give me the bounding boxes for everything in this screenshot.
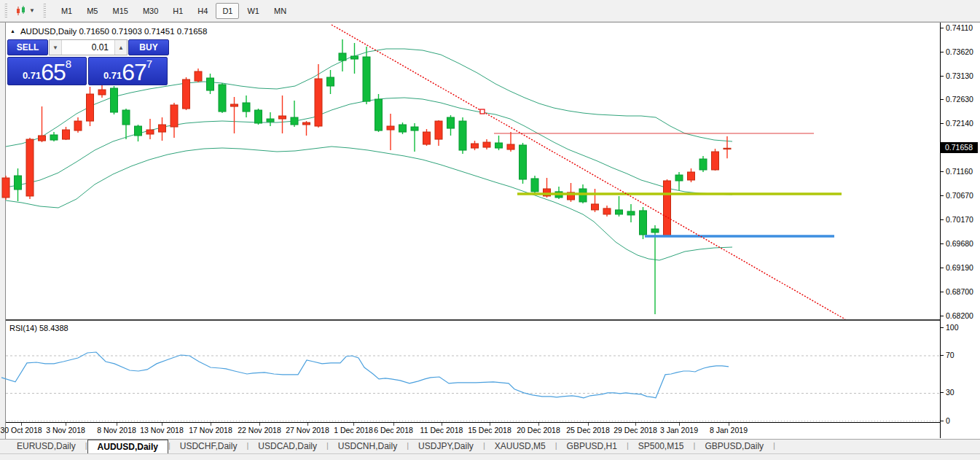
chart-tab-audusd[interactable]: AUDUSD,Daily [87, 440, 168, 453]
buy-price-big: 67 [122, 62, 146, 83]
candle-body [724, 148, 731, 149]
chart-window: ▲ AUDUSD,Daily 0.71650 0.71903 0.71451 0… [0, 22, 980, 438]
timeframe-button-m5[interactable]: M5 [80, 3, 104, 19]
candle-body [63, 130, 70, 139]
price-axis-label: 0.73620 [941, 47, 980, 56]
candle-body [579, 189, 587, 202]
candle-body [2, 178, 9, 198]
trade-panel-prices: 0.71658 0.71677 [7, 57, 169, 85]
candle-body [39, 136, 46, 141]
sell-price-sup: 8 [66, 58, 71, 69]
bollinger-lower-band [6, 147, 732, 260]
candle-body [423, 132, 431, 144]
sell-price-box[interactable]: 0.71658 [7, 57, 87, 85]
descending-trendline[interactable] [332, 25, 845, 319]
chart-tab-xauusd[interactable]: XAUUSD,M5 [485, 440, 555, 453]
candle-body [603, 208, 611, 214]
candle-body [507, 144, 514, 149]
candle-body [616, 210, 623, 214]
toolbar-grip-handle[interactable] [43, 4, 46, 18]
time-axis-tick [490, 423, 490, 426]
chart-tab-usdcad[interactable]: USDCAD,Daily [248, 440, 326, 453]
trade-panel-controls: SELL ▼ 0.01 ▲ BUY [7, 39, 169, 55]
candle-body [291, 117, 298, 125]
timeframe-button-w1[interactable]: W1 [240, 3, 266, 19]
candle-body [712, 152, 719, 170]
volume-decrease-button[interactable]: ▼ [50, 40, 62, 55]
chart-tab-usdjpy[interactable]: USDJPY,Daily [409, 440, 483, 453]
candlestick-icon [15, 5, 27, 17]
time-axis-tick [635, 423, 636, 426]
price-axis-label: 0.68700 [941, 287, 980, 296]
chart-tab-gbpusd[interactable]: GBPUSD,Daily [695, 440, 773, 453]
time-axis-tick [307, 423, 308, 426]
chart-tab-usdcnh[interactable]: USDCNH,Daily [329, 440, 407, 453]
buy-price-box[interactable]: 0.71677 [88, 57, 168, 85]
candle-body [315, 79, 322, 126]
price-axis-label: 0.70670 [941, 191, 980, 200]
collapse-triangle-icon[interactable]: ▲ [10, 28, 15, 34]
caret-up-icon: ▲ [118, 44, 124, 51]
chart-tab-sp500[interactable]: SP500,M15 [629, 440, 694, 453]
toolbar-grip-handle[interactable] [4, 4, 7, 18]
candle-body [111, 88, 118, 112]
chart-tab-eurusd[interactable]: EURUSD,Daily [7, 440, 85, 453]
candle-body [435, 121, 442, 139]
candle-body [207, 78, 214, 90]
volume-value[interactable]: 0.01 [62, 40, 114, 55]
volume-increase-button[interactable]: ▲ [114, 40, 127, 55]
candle-body [651, 229, 659, 233]
time-axis-tick [21, 423, 22, 426]
candle-body [98, 90, 106, 95]
sell-button[interactable]: SELL [7, 39, 48, 55]
chart-style-button[interactable]: ▼ [12, 4, 39, 18]
candle-body [170, 105, 178, 127]
candle-body [195, 71, 202, 81]
price-axis-label: 0.68200 [941, 311, 980, 320]
candle-body [303, 122, 310, 125]
time-axis-tick [588, 423, 589, 426]
chart-tab-usdchf[interactable]: USDCHF,Daily [170, 440, 247, 453]
candle-body [243, 103, 250, 112]
current-price-tag: 0.71658 [940, 142, 978, 153]
chart-tab-bar: EURUSD,Daily|AUDUSD,Daily|USDCHF,Daily|U… [0, 439, 980, 453]
trendline-anchor-marker[interactable] [480, 109, 485, 114]
toolbar: ▼ M1M5M15M30H1H4D1W1MN [0, 0, 980, 22]
candle-body [459, 121, 466, 150]
buy-price-prefix: 0.71 [103, 71, 122, 80]
candle-body [627, 211, 635, 215]
timeframe-button-h1[interactable]: H1 [166, 3, 189, 19]
candle-body [74, 121, 82, 130]
candle-body [699, 159, 707, 170]
candle-body [664, 181, 671, 235]
candle-body [375, 99, 383, 130]
time-axis-tick [729, 423, 729, 426]
price-axis-label: 0.72630 [941, 95, 980, 104]
buy-button[interactable]: BUY [128, 39, 169, 55]
candle-body [399, 125, 407, 132]
timeframe-button-m1[interactable]: M1 [55, 3, 79, 19]
chart-title: ▲ AUDUSD,Daily 0.71650 0.71903 0.71451 0… [10, 27, 207, 36]
candle-body [688, 172, 695, 180]
timeframe-button-m30[interactable]: M30 [136, 3, 165, 19]
candle-body [411, 127, 418, 130]
candle-body [159, 125, 166, 132]
timeframe-button-h4[interactable]: H4 [191, 3, 214, 19]
timeframe-button-mn[interactable]: MN [267, 3, 293, 19]
candle-body [387, 126, 394, 130]
candle-body [183, 79, 190, 109]
mt4-application: ▼ M1M5M15M30H1H4D1W1MN ▲ AUDUSD,Daily 0.… [0, 0, 980, 460]
timeframe-button-d1[interactable]: D1 [216, 3, 239, 19]
price-axis[interactable]: 0.741100.736200.731300.726300.721400.711… [940, 23, 980, 438]
candle-body [339, 53, 346, 61]
time-axis-label: 8 Jan 2019 [698, 426, 759, 434]
price-axis-label: 0.73130 [941, 71, 980, 80]
chart-title-text: AUDUSD,Daily 0.71650 0.71903 0.71451 0.7… [20, 27, 207, 36]
candle-body [255, 110, 262, 123]
candle-body [640, 211, 647, 235]
time-axis-tick [117, 423, 117, 426]
chart-tab-gbpusd[interactable]: GBPUSD,H1 [557, 440, 627, 453]
time-axis-tick [393, 423, 394, 426]
time-axis-tick [442, 423, 442, 426]
timeframe-button-m15[interactable]: M15 [106, 3, 134, 19]
